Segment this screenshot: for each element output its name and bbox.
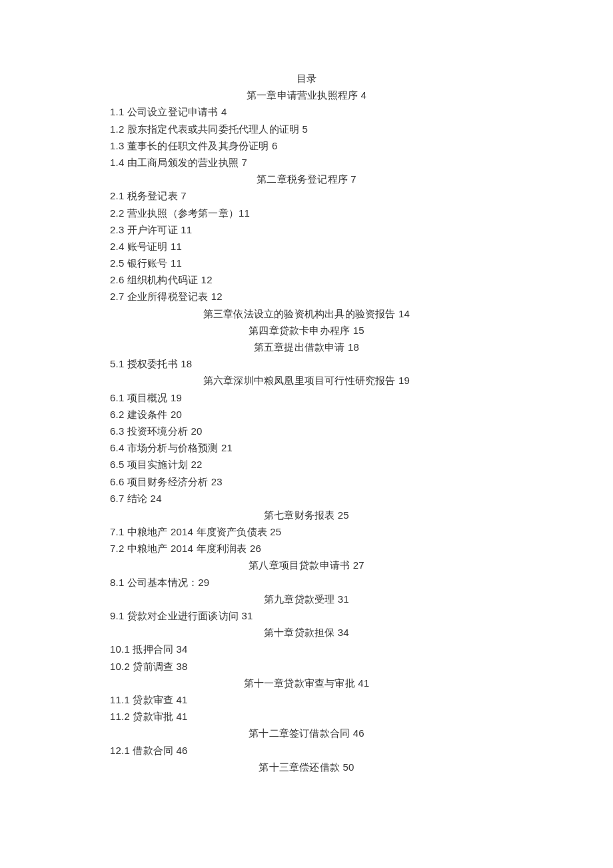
toc-entry: 1.1 公司设立登记申请书 4 bbox=[110, 103, 503, 120]
toc-entry: 2.6 组织机构代码证 12 bbox=[110, 271, 503, 288]
toc-chapter: 第六章深圳中粮凤凰里项目可行性研究报告 19 bbox=[110, 372, 503, 389]
toc-entry: 8.1 公司基本情况：29 bbox=[110, 574, 503, 591]
toc-entry: 2.3 开户许可证 11 bbox=[110, 221, 503, 238]
toc-entry: 1.4 由工商局颁发的营业执照 7 bbox=[110, 154, 503, 171]
toc-entry: 11.2 贷款审批 41 bbox=[110, 708, 503, 725]
toc-title: 目录 bbox=[110, 70, 503, 87]
toc-entry: 9.1 贷款对企业进行面谈访问 31 bbox=[110, 607, 503, 624]
toc-entry: 2.1 税务登记表 7 bbox=[110, 187, 503, 204]
toc-entry: 2.5 银行账号 11 bbox=[110, 255, 503, 271]
toc-entry: 12.1 借款合同 46 bbox=[110, 742, 503, 759]
toc-entry: 5.1 授权委托书 18 bbox=[110, 355, 503, 372]
toc-entry: 11.1 贷款审查 41 bbox=[110, 691, 503, 708]
toc-entry: 6.7 结论 24 bbox=[110, 490, 503, 507]
toc-entry: 2.7 企业所得税登记表 12 bbox=[110, 288, 503, 305]
toc-entry: 6.5 项目实施计划 22 bbox=[110, 456, 503, 473]
toc-chapter: 第三章依法设立的验资机构出具的验资报告 14 bbox=[110, 305, 503, 322]
toc-entry: 7.1 中粮地产 2014 年度资产负债表 25 bbox=[110, 523, 503, 540]
toc-entry: 10.1 抵押合同 34 bbox=[110, 641, 503, 657]
toc-entry: 6.1 项目概况 19 bbox=[110, 389, 503, 406]
toc-chapter: 第八章项目贷款申请书 27 bbox=[110, 557, 503, 573]
toc-entry: 2.4 账号证明 11 bbox=[110, 238, 503, 255]
toc-chapter: 第二章税务登记程序 7 bbox=[110, 171, 503, 187]
toc-chapter: 第十二章签订借款合同 46 bbox=[110, 725, 503, 741]
toc-chapter: 第十一章贷款审查与审批 41 bbox=[110, 675, 503, 691]
toc-entry: 1.3 董事长的任职文件及其身份证明 6 bbox=[110, 137, 503, 154]
toc-chapter: 第七章财务报表 25 bbox=[110, 507, 503, 523]
toc-entry: 1.2 股东指定代表或共同委托代理人的证明 5 bbox=[110, 121, 503, 137]
toc-chapter: 第一章申请营业执照程序 4 bbox=[110, 87, 503, 103]
toc-entry: 6.4 市场分析与价格预测 21 bbox=[110, 439, 503, 456]
toc-chapter: 第十章贷款担保 34 bbox=[110, 624, 503, 641]
toc-entry: 10.2 贷前调查 38 bbox=[110, 658, 503, 675]
toc-chapter: 第五章提出借款申请 18 bbox=[110, 339, 503, 355]
toc-body: 第一章申请营业执照程序 41.1 公司设立登记申请书 41.2 股东指定代表或共… bbox=[110, 87, 503, 775]
toc-entry: 6.3 投资环境分析 20 bbox=[110, 423, 503, 439]
toc-entry: 6.6 项目财务经济分析 23 bbox=[110, 473, 503, 490]
document-page: 目录 第一章申请营业执照程序 41.1 公司设立登记申请书 41.2 股东指定代… bbox=[0, 0, 613, 842]
toc-chapter: 第四章贷款卡申办程序 15 bbox=[110, 322, 503, 339]
toc-chapter: 第十三章偿还借款 50 bbox=[110, 759, 503, 775]
toc-entry: 2.2 营业执照（参考第一章）11 bbox=[110, 205, 503, 221]
toc-entry: 6.2 建设条件 20 bbox=[110, 406, 503, 423]
toc-chapter: 第九章贷款受理 31 bbox=[110, 591, 503, 607]
toc-entry: 7.2 中粮地产 2014 年度利润表 26 bbox=[110, 540, 503, 557]
